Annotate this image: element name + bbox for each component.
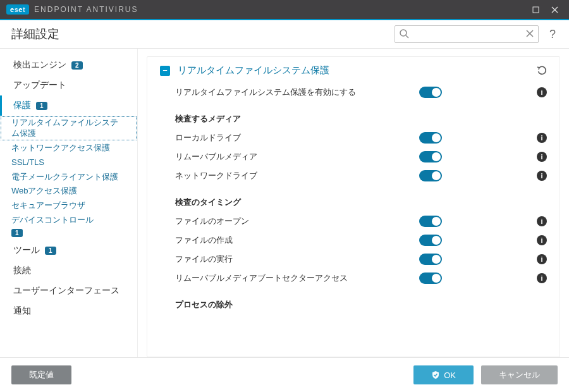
product-name: ENDPOINT ANTIVIRUS bbox=[34, 5, 138, 14]
sidebar-item-6[interactable]: 通知 bbox=[0, 301, 137, 321]
close-icon bbox=[551, 6, 558, 13]
sidebar-item-label: 接続 bbox=[13, 265, 31, 276]
setting-row-0-0: ローカルドライブi bbox=[160, 128, 547, 147]
setting-row-0-1: リムーバブルメディアi bbox=[160, 147, 547, 166]
setting-row-1-0: ファイルのオープンi bbox=[160, 212, 547, 231]
row-label: ファイルの実行 bbox=[160, 254, 419, 265]
ok-button[interactable]: OK bbox=[413, 365, 474, 384]
sidebar-item-3[interactable]: ツール1 bbox=[0, 240, 137, 260]
info-1-2[interactable]: i bbox=[537, 254, 547, 264]
sidebar-item-1[interactable]: アップデート bbox=[0, 75, 137, 95]
toggle-0-1[interactable] bbox=[419, 151, 442, 162]
section-reset-button[interactable] bbox=[537, 66, 547, 76]
help-button[interactable]: ? bbox=[544, 28, 561, 41]
search-input[interactable] bbox=[413, 30, 522, 39]
sidebar-subitem-2-2[interactable]: SSL/TLS bbox=[0, 156, 137, 170]
toggle-1-3[interactable] bbox=[419, 273, 442, 284]
window-close-button[interactable] bbox=[545, 0, 564, 19]
info-1-3[interactable]: i bbox=[537, 273, 547, 283]
group-title-0: 検査するメディア bbox=[160, 102, 547, 128]
setting-row-1-3: リムーバブルメディアブートセクターアクセスi bbox=[160, 269, 547, 288]
info-enable-protection[interactable]: i bbox=[537, 87, 547, 97]
sidebar-badge: 1 bbox=[45, 247, 56, 255]
sidebar-badge: 2 bbox=[71, 61, 83, 70]
sidebar-subitem-2-5[interactable]: セキュアーブラウザ bbox=[0, 199, 137, 213]
sidebar-item-label: 通知 bbox=[13, 305, 31, 317]
content-wrap: −リアルタイムファイルシステム保護リアルタイムファイルシステム保護を有効にするi… bbox=[138, 49, 569, 357]
row-label: ネットワークドライブ bbox=[160, 171, 419, 181]
cancel-button[interactable]: キャンセル bbox=[481, 365, 558, 384]
shield-check-icon bbox=[431, 371, 440, 379]
sidebar-item-5[interactable]: ユーザーインターフェース bbox=[0, 281, 137, 301]
sidebar-subitem-2-6[interactable]: デバイスコントロール bbox=[0, 213, 137, 228]
toggle-1-1[interactable] bbox=[419, 235, 442, 246]
sidebar-subitem-badge-row: 1 bbox=[0, 228, 137, 240]
info-0-1[interactable]: i bbox=[537, 152, 547, 162]
info-0-0[interactable]: i bbox=[537, 133, 547, 143]
row-label: ローカルドライブ bbox=[160, 133, 419, 144]
sidebar-item-label: ユーザーインターフェース bbox=[13, 285, 119, 297]
svg-rect-0 bbox=[533, 7, 539, 13]
info-1-0[interactable]: i bbox=[537, 216, 547, 226]
sidebar-item-0[interactable]: 検出エンジン2 bbox=[0, 55, 137, 75]
setting-row-0-2: ネットワークドライブi bbox=[160, 166, 547, 185]
setting-row-1-2: ファイルの実行i bbox=[160, 250, 547, 269]
sidebar-badge: 1 bbox=[11, 229, 23, 237]
row-label: ファイルのオープン bbox=[160, 216, 419, 227]
sidebar-item-label: ツール bbox=[13, 245, 40, 256]
sidebar-item-2[interactable]: 保護1 bbox=[0, 95, 137, 116]
window-maximize-button[interactable] bbox=[526, 0, 545, 19]
sidebar-item-4[interactable]: 接続 bbox=[0, 260, 137, 281]
setting-row-1-1: ファイルの作成i bbox=[160, 231, 547, 250]
sidebar-badge: 1 bbox=[36, 102, 47, 110]
group-title-1: 検査のタイミング bbox=[160, 185, 547, 212]
row-label: リアルタイムファイルシステム保護を有効にする bbox=[160, 87, 419, 98]
sidebar-subitem-2-3[interactable]: 電子メールクライアント保護 bbox=[0, 170, 137, 185]
sidebar-subitem-2-1[interactable]: ネットワークアクセス保護 bbox=[0, 141, 137, 156]
row-label: リムーバブルメディア bbox=[160, 152, 419, 162]
title-bar: eset ENDPOINT ANTIVIRUS bbox=[0, 0, 569, 19]
toggle-enable-protection[interactable] bbox=[419, 87, 442, 98]
row-label: リムーバブルメディアブートセクターアクセス bbox=[160, 273, 419, 284]
header-row: 詳細設定 ? bbox=[0, 20, 569, 49]
svg-point-1 bbox=[400, 30, 407, 36]
section-title: リアルタイムファイルシステム保護 bbox=[178, 64, 529, 77]
search-icon bbox=[399, 28, 409, 39]
x-icon bbox=[525, 29, 534, 38]
sidebar-subitem-2-0[interactable]: リアルタイムファイルシステム保護 bbox=[0, 116, 137, 141]
toggle-1-2[interactable] bbox=[419, 254, 442, 265]
section-header: −リアルタイムファイルシステム保護 bbox=[160, 62, 547, 83]
footer: 既定値 OK キャンセル bbox=[0, 357, 569, 392]
info-1-1[interactable]: i bbox=[537, 235, 547, 245]
section-collapse-button[interactable]: − bbox=[160, 66, 170, 76]
sidebar-subitem-2-4[interactable]: Webアクセス保護 bbox=[0, 184, 137, 199]
group-title-2: プロセスの除外 bbox=[160, 288, 547, 314]
clear-search-button[interactable] bbox=[525, 29, 534, 38]
content-panel[interactable]: −リアルタイムファイルシステム保護リアルタイムファイルシステム保護を有効にするi… bbox=[147, 56, 560, 357]
sidebar-item-label: アップデート bbox=[13, 80, 66, 91]
toggle-1-0[interactable] bbox=[419, 216, 442, 227]
brand-badge: eset bbox=[6, 4, 29, 15]
row-enable-protection: リアルタイムファイルシステム保護を有効にするi bbox=[160, 83, 547, 102]
row-label: ファイルの作成 bbox=[160, 235, 419, 246]
main-area: 検出エンジン2アップデート保護1リアルタイムファイルシステム保護ネットワークアク… bbox=[0, 49, 569, 357]
sidebar-item-label: 検出エンジン bbox=[13, 59, 66, 71]
toggle-0-0[interactable] bbox=[419, 132, 442, 144]
info-0-2[interactable]: i bbox=[537, 171, 547, 181]
defaults-button[interactable]: 既定値 bbox=[11, 365, 71, 384]
toggle-0-2[interactable] bbox=[419, 170, 442, 181]
maximize-icon bbox=[532, 6, 539, 13]
ok-label: OK bbox=[444, 371, 456, 380]
search-box[interactable] bbox=[395, 25, 539, 43]
sidebar-item-label: 保護 bbox=[13, 100, 31, 111]
sidebar: 検出エンジン2アップデート保護1リアルタイムファイルシステム保護ネットワークアク… bbox=[0, 49, 138, 357]
page-title: 詳細設定 bbox=[11, 26, 59, 42]
